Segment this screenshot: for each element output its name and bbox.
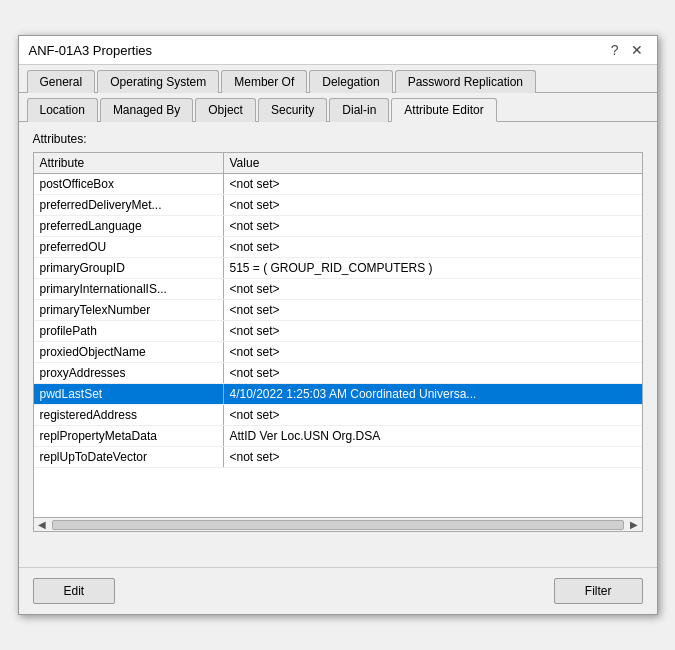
tab-attribute-editor[interactable]: Attribute Editor — [391, 98, 496, 122]
col-header-value: Value — [224, 153, 642, 173]
tab-location[interactable]: Location — [27, 98, 98, 122]
attr-cell: profilePath — [34, 321, 224, 341]
scroll-right-icon[interactable]: ▶ — [626, 519, 642, 530]
tabs-row1: General Operating System Member Of Deleg… — [19, 65, 657, 93]
close-icon[interactable]: ✕ — [627, 42, 647, 58]
table-row[interactable]: primaryGroupID515 = ( GROUP_RID_COMPUTER… — [34, 258, 642, 279]
attr-cell: postOfficeBox — [34, 174, 224, 194]
attr-cell: pwdLastSet — [34, 384, 224, 404]
table-row[interactable]: replPropertyMetaDataAttID Ver Loc.USN Or… — [34, 426, 642, 447]
table-body[interactable]: postOfficeBox<not set>preferredDeliveryM… — [34, 174, 642, 517]
attr-cell: replUpToDateVector — [34, 447, 224, 467]
tab-password-replication[interactable]: Password Replication — [395, 70, 536, 93]
col-header-attribute: Attribute — [34, 153, 224, 173]
value-cell: 515 = ( GROUP_RID_COMPUTERS ) — [224, 258, 642, 278]
attributes-table: Attribute Value postOfficeBox<not set>pr… — [33, 152, 643, 532]
tabs-row2: Location Managed By Object Security Dial… — [19, 93, 657, 122]
help-icon[interactable]: ? — [607, 42, 623, 58]
attr-cell: registeredAddress — [34, 405, 224, 425]
filter-button[interactable]: Filter — [554, 578, 643, 604]
tab-managed-by[interactable]: Managed By — [100, 98, 193, 122]
tab-security[interactable]: Security — [258, 98, 327, 122]
attr-cell: preferredLanguage — [34, 216, 224, 236]
value-cell: <not set> — [224, 405, 642, 425]
value-cell: AttID Ver Loc.USN Org.DSA — [224, 426, 642, 446]
footer: Edit Filter — [19, 567, 657, 614]
table-row[interactable]: pwdLastSet4/10/2022 1:25:03 AM Coordinat… — [34, 384, 642, 405]
properties-dialog: ANF-01A3 Properties ? ✕ General Operatin… — [18, 35, 658, 615]
value-cell: 4/10/2022 1:25:03 AM Coordinated Univers… — [224, 384, 642, 404]
table-row[interactable]: preferredDeliveryMet...<not set> — [34, 195, 642, 216]
table-row[interactable]: primaryTelexNumber<not set> — [34, 300, 642, 321]
table-row[interactable]: replUpToDateVector<not set> — [34, 447, 642, 468]
attr-cell: primaryGroupID — [34, 258, 224, 278]
tab-object[interactable]: Object — [195, 98, 256, 122]
horizontal-scrollbar[interactable]: ◀ ▶ — [34, 517, 642, 531]
table-row[interactable]: proxiedObjectName<not set> — [34, 342, 642, 363]
attr-cell: proxiedObjectName — [34, 342, 224, 362]
attr-cell: primaryTelexNumber — [34, 300, 224, 320]
tab-dial-in[interactable]: Dial-in — [329, 98, 389, 122]
attr-cell: proxyAddresses — [34, 363, 224, 383]
table-row[interactable]: profilePath<not set> — [34, 321, 642, 342]
value-cell: <not set> — [224, 342, 642, 362]
tab-delegation[interactable]: Delegation — [309, 70, 392, 93]
attr-cell: replPropertyMetaData — [34, 426, 224, 446]
attr-cell: primaryInternationalIS... — [34, 279, 224, 299]
table-row[interactable]: primaryInternationalIS...<not set> — [34, 279, 642, 300]
table-row[interactable]: preferredLanguage<not set> — [34, 216, 642, 237]
tab-member-of[interactable]: Member Of — [221, 70, 307, 93]
value-cell: <not set> — [224, 174, 642, 194]
table-row[interactable]: proxyAddresses<not set> — [34, 363, 642, 384]
edit-button[interactable]: Edit — [33, 578, 116, 604]
attributes-label: Attributes: — [33, 132, 643, 146]
dialog-title: ANF-01A3 Properties — [29, 43, 153, 58]
value-cell: <not set> — [224, 363, 642, 383]
attr-cell: preferredDeliveryMet... — [34, 195, 224, 215]
table-header: Attribute Value — [34, 153, 642, 174]
value-cell: <not set> — [224, 195, 642, 215]
value-cell: <not set> — [224, 279, 642, 299]
attr-cell: preferredOU — [34, 237, 224, 257]
tab-operating-system[interactable]: Operating System — [97, 70, 219, 93]
table-row[interactable]: preferredOU<not set> — [34, 237, 642, 258]
value-cell: <not set> — [224, 447, 642, 467]
h-scroll-thumb[interactable] — [52, 520, 624, 530]
table-row[interactable]: registeredAddress<not set> — [34, 405, 642, 426]
value-cell: <not set> — [224, 321, 642, 341]
title-bar: ANF-01A3 Properties ? ✕ — [19, 36, 657, 65]
tab-general[interactable]: General — [27, 70, 96, 93]
content-area: Attributes: Attribute Value postOfficeBo… — [19, 122, 657, 567]
title-bar-controls: ? ✕ — [607, 42, 647, 58]
value-cell: <not set> — [224, 237, 642, 257]
scroll-left-icon[interactable]: ◀ — [34, 519, 50, 530]
value-cell: <not set> — [224, 216, 642, 236]
table-row[interactable]: postOfficeBox<not set> — [34, 174, 642, 195]
value-cell: <not set> — [224, 300, 642, 320]
